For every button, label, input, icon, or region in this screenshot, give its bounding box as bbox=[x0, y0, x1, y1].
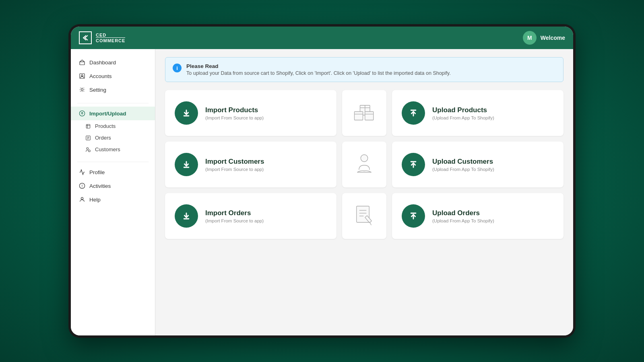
card-upload-products-title: Upload Products bbox=[432, 106, 494, 114]
import-products-icon-circle bbox=[175, 101, 198, 125]
sidebar-label-import-upload: Import/Upload bbox=[89, 111, 126, 117]
card-import-products-subtitle: (Import From Source to app) bbox=[205, 115, 264, 120]
sidebar-item-import-upload[interactable]: Import/Upload bbox=[71, 107, 155, 120]
card-upload-orders[interactable]: Upload Orders (Upload From App To Shopif… bbox=[392, 193, 564, 239]
sidebar: Dashboard Accounts Setting Imp bbox=[71, 49, 155, 335]
upload-arrow-icon-2 bbox=[408, 159, 419, 170]
logo-ced: CED bbox=[96, 33, 125, 37]
card-upload-products[interactable]: Upload Products (Upload From App To Shop… bbox=[392, 90, 564, 136]
sidebar-divider-2 bbox=[77, 162, 149, 162]
user-circle-icon bbox=[79, 73, 85, 79]
card-upload-products-subtitle: (Upload From App To Shopify) bbox=[432, 115, 494, 120]
card-import-products-text: Import Products (Import From Source to a… bbox=[205, 106, 264, 120]
cards-grid: Import Products (Import From Source to a… bbox=[165, 90, 564, 239]
download-arrow-icon-2 bbox=[181, 159, 192, 170]
download-arrow-icon bbox=[181, 107, 192, 119]
import-orders-icon-circle bbox=[175, 204, 198, 228]
card-upload-customers-text: Upload Customers (Upload From App To Sho… bbox=[432, 158, 494, 172]
card-upload-customers-title: Upload Customers bbox=[432, 158, 494, 166]
svg-point-35 bbox=[361, 155, 368, 162]
main-content: i Please Read To upload your Data from s… bbox=[155, 49, 573, 335]
sidebar-main-section: Dashboard Accounts Setting bbox=[71, 56, 155, 97]
sidebar-label-profile: Profile bbox=[89, 169, 105, 175]
document-pencil-illustration bbox=[350, 202, 378, 230]
illustration-orders bbox=[342, 193, 386, 239]
upload-arrow-icon-3 bbox=[408, 210, 419, 222]
download-arrow-icon-3 bbox=[181, 210, 192, 222]
profile-icon bbox=[79, 169, 85, 175]
svg-rect-6 bbox=[86, 124, 90, 128]
sidebar-label-help: Help bbox=[89, 197, 101, 203]
card-import-products-title: Import Products bbox=[205, 106, 264, 114]
card-import-orders-subtitle: (Import From Source to app) bbox=[205, 218, 264, 223]
help-icon bbox=[79, 196, 85, 203]
sidebar-label-accounts: Accounts bbox=[89, 73, 112, 79]
card-import-orders-title: Import Orders bbox=[205, 209, 264, 217]
svg-point-14 bbox=[89, 150, 91, 152]
illustration-products bbox=[342, 90, 386, 136]
activities-icon bbox=[79, 183, 85, 189]
upload-customers-icon-circle bbox=[402, 153, 425, 176]
sidebar-item-customers[interactable]: Customers bbox=[71, 144, 155, 155]
sidebar-item-products[interactable]: Products bbox=[71, 120, 155, 132]
sidebar-divider-1 bbox=[77, 103, 149, 103]
svg-point-2 bbox=[81, 75, 83, 76]
sidebar-bottom-section: Profile Activities Help bbox=[71, 165, 155, 206]
card-import-customers[interactable]: Import Customers (Import From Source to … bbox=[165, 142, 336, 187]
import-customers-icon-circle bbox=[175, 153, 198, 176]
sidebar-label-customers: Customers bbox=[95, 146, 120, 152]
avatar[interactable]: M bbox=[523, 31, 537, 45]
info-banner-text: To upload your Data from source cart to … bbox=[186, 70, 451, 76]
svg-line-48 bbox=[369, 222, 371, 225]
sidebar-label-dashboard: Dashboard bbox=[89, 60, 116, 66]
card-import-products[interactable]: Import Products (Import From Source to a… bbox=[165, 90, 336, 136]
svg-point-3 bbox=[81, 88, 83, 90]
sidebar-item-setting[interactable]: Setting bbox=[71, 83, 155, 97]
sidebar-item-help[interactable]: Help bbox=[71, 193, 155, 206]
svg-point-13 bbox=[87, 147, 89, 149]
card-import-orders[interactable]: Import Orders (Import From Source to app… bbox=[165, 193, 336, 239]
customers-icon bbox=[85, 147, 91, 152]
import-upload-icon bbox=[79, 110, 85, 117]
card-import-customers-title: Import Customers bbox=[205, 158, 264, 166]
setting-icon bbox=[79, 86, 85, 93]
card-import-customers-text: Import Customers (Import From Source to … bbox=[205, 158, 264, 172]
card-upload-products-text: Upload Products (Upload From App To Shop… bbox=[432, 106, 494, 120]
boxes-illustration bbox=[350, 99, 378, 127]
sidebar-item-profile[interactable]: Profile bbox=[71, 165, 155, 179]
card-import-orders-text: Import Orders (Import From Source to app… bbox=[205, 209, 264, 223]
person-hand-illustration bbox=[350, 150, 378, 179]
sidebar-label-activities: Activities bbox=[89, 183, 111, 189]
logo: CED COMMERCE bbox=[79, 31, 125, 44]
svg-rect-25 bbox=[355, 112, 363, 120]
card-upload-orders-text: Upload Orders (Upload From App To Shopif… bbox=[432, 209, 494, 223]
card-upload-orders-subtitle: (Upload From App To Shopify) bbox=[432, 218, 494, 223]
sidebar-item-accounts[interactable]: Accounts bbox=[71, 69, 155, 83]
home-icon bbox=[79, 59, 85, 66]
info-banner-content: Please Read To upload your Data from sou… bbox=[186, 63, 451, 76]
card-upload-orders-title: Upload Orders bbox=[432, 209, 494, 217]
sidebar-import-section: Import/Upload Products Orders Customers bbox=[71, 107, 155, 155]
logo-text: CED COMMERCE bbox=[96, 33, 125, 43]
info-banner: i Please Read To upload your Data from s… bbox=[165, 57, 564, 82]
app-header: CED COMMERCE M Welcome bbox=[71, 27, 573, 49]
sidebar-item-dashboard[interactable]: Dashboard bbox=[71, 56, 155, 69]
sidebar-item-orders[interactable]: Orders bbox=[71, 132, 155, 144]
card-import-customers-subtitle: (Import From Source to app) bbox=[205, 167, 264, 172]
illustration-customers bbox=[342, 142, 386, 187]
svg-rect-0 bbox=[80, 62, 85, 65]
welcome-text: Welcome bbox=[541, 35, 565, 41]
sidebar-item-activities[interactable]: Activities bbox=[71, 179, 155, 193]
upload-orders-icon-circle bbox=[402, 204, 425, 228]
header-right: M Welcome bbox=[523, 31, 565, 45]
card-upload-customers-subtitle: (Upload From App To Shopify) bbox=[432, 167, 494, 172]
svg-point-18 bbox=[81, 197, 83, 200]
card-upload-customers[interactable]: Upload Customers (Upload From App To Sho… bbox=[392, 142, 564, 187]
upload-arrow-icon bbox=[408, 107, 419, 119]
svg-rect-27 bbox=[365, 112, 374, 120]
main-layout: Dashboard Accounts Setting Imp bbox=[71, 49, 573, 335]
info-banner-title: Please Read bbox=[186, 63, 451, 69]
sidebar-label-products: Products bbox=[95, 123, 116, 129]
upload-products-icon-circle bbox=[402, 101, 425, 125]
products-icon bbox=[85, 123, 91, 129]
